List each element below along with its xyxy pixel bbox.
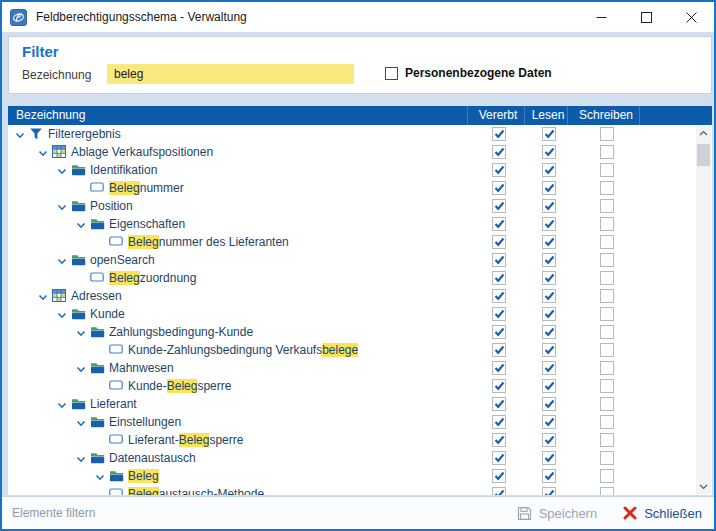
vererbt-checkbox[interactable] [492,361,506,375]
vererbt-checkbox[interactable] [492,415,506,429]
lesen-checkbox[interactable] [542,235,556,249]
chevron-down-icon[interactable] [76,363,88,373]
vererbt-checkbox[interactable] [492,487,506,495]
tree-row[interactable]: Adressen [8,287,712,305]
lesen-checkbox[interactable] [542,127,556,141]
vererbt-checkbox[interactable] [492,145,506,159]
lesen-checkbox[interactable] [542,397,556,411]
schreiben-checkbox[interactable] [600,217,614,231]
minimize-icon[interactable] [579,2,624,32]
lesen-checkbox[interactable] [542,253,556,267]
chevron-down-icon[interactable] [76,219,88,229]
schreiben-checkbox[interactable] [600,397,614,411]
chevron-down-icon[interactable] [57,201,69,211]
tree-row[interactable]: Zahlungsbedingung-Kunde [8,323,712,341]
vererbt-checkbox[interactable] [492,181,506,195]
tree-row[interactable]: Filterergebnis [8,125,712,143]
tree-row[interactable]: Belegaustausch-Methode [8,485,712,495]
chevron-down-icon[interactable] [38,147,50,157]
tree-row[interactable]: Belegzuordnung [8,269,712,287]
close-button[interactable]: Schließen [623,506,702,521]
schreiben-checkbox[interactable] [600,145,614,159]
tree-row[interactable]: Kunde-Zahlungsbedingung Verkaufsbelege [8,341,712,359]
lesen-checkbox[interactable] [542,361,556,375]
chevron-down-icon[interactable] [95,471,107,481]
column-header-lesen[interactable]: Lesen [532,108,565,122]
column-header-vererbt[interactable]: Vererbt [479,108,518,122]
schreiben-checkbox[interactable] [600,433,614,447]
schreiben-checkbox[interactable] [600,415,614,429]
schreiben-checkbox[interactable] [600,289,614,303]
vererbt-checkbox[interactable] [492,433,506,447]
schreiben-checkbox[interactable] [600,451,614,465]
schreiben-checkbox[interactable] [600,487,614,495]
chevron-down-icon[interactable] [76,327,88,337]
vererbt-checkbox[interactable] [492,451,506,465]
scroll-up-icon[interactable] [696,125,711,140]
lesen-checkbox[interactable] [542,451,556,465]
chevron-down-icon[interactable] [57,165,69,175]
schreiben-checkbox[interactable] [600,253,614,267]
chevron-down-icon[interactable] [38,291,50,301]
chevron-down-icon[interactable] [57,255,69,265]
chevron-down-icon[interactable] [57,309,69,319]
maximize-icon[interactable] [624,2,669,32]
chevron-down-icon[interactable] [57,399,69,409]
schreiben-checkbox[interactable] [600,343,614,357]
vererbt-checkbox[interactable] [492,253,506,267]
schreiben-checkbox[interactable] [600,469,614,483]
vererbt-checkbox[interactable] [492,379,506,393]
lesen-checkbox[interactable] [542,487,556,495]
lesen-checkbox[interactable] [542,163,556,177]
chevron-down-icon[interactable] [76,453,88,463]
vererbt-checkbox[interactable] [492,199,506,213]
schreiben-checkbox[interactable] [600,163,614,177]
tree-row[interactable]: Beleg [8,467,712,485]
schreiben-checkbox[interactable] [600,325,614,339]
vererbt-checkbox[interactable] [492,235,506,249]
scroll-down-icon[interactable] [696,479,711,494]
column-header-bezeichnung[interactable]: Bezeichnung [16,108,85,122]
column-header-schreiben[interactable]: Schreiben [579,108,633,122]
lesen-checkbox[interactable] [542,289,556,303]
save-button[interactable]: Speichern [517,506,598,521]
schreiben-checkbox[interactable] [600,199,614,213]
tree-row[interactable]: Belegnummer des Lieferanten [8,233,712,251]
lesen-checkbox[interactable] [542,181,556,195]
tree-row[interactable]: Kunde [8,305,712,323]
lesen-checkbox[interactable] [542,433,556,447]
schreiben-checkbox[interactable] [600,127,614,141]
tree-row[interactable]: Lieferant-Belegsperre [8,431,712,449]
tree-row[interactable]: openSearch [8,251,712,269]
lesen-checkbox[interactable] [542,271,556,285]
tree-row[interactable]: Identifikation [8,161,712,179]
lesen-checkbox[interactable] [542,325,556,339]
lesen-checkbox[interactable] [542,145,556,159]
lesen-checkbox[interactable] [542,379,556,393]
tree-row[interactable]: Lieferant [8,395,712,413]
tree-row[interactable]: Datenaustausch [8,449,712,467]
lesen-checkbox[interactable] [542,307,556,321]
vererbt-checkbox[interactable] [492,469,506,483]
schreiben-checkbox[interactable] [600,271,614,285]
schreiben-checkbox[interactable] [600,181,614,195]
vertical-scrollbar[interactable] [696,125,711,494]
close-icon[interactable] [669,2,714,32]
personenbezogene-daten-checkbox[interactable] [385,67,398,80]
schreiben-checkbox[interactable] [600,379,614,393]
lesen-checkbox[interactable] [542,469,556,483]
bezeichnung-input[interactable] [107,64,354,84]
vererbt-checkbox[interactable] [492,325,506,339]
vererbt-checkbox[interactable] [492,127,506,141]
vererbt-checkbox[interactable] [492,271,506,285]
schreiben-checkbox[interactable] [600,307,614,321]
scrollbar-thumb[interactable] [697,144,710,166]
vererbt-checkbox[interactable] [492,217,506,231]
tree-row[interactable]: Belegnummer [8,179,712,197]
chevron-down-icon[interactable] [76,417,88,427]
tree-row[interactable]: Einstellungen [8,413,712,431]
vererbt-checkbox[interactable] [492,343,506,357]
tree-row[interactable]: Kunde-Belegsperre [8,377,712,395]
lesen-checkbox[interactable] [542,415,556,429]
vererbt-checkbox[interactable] [492,163,506,177]
